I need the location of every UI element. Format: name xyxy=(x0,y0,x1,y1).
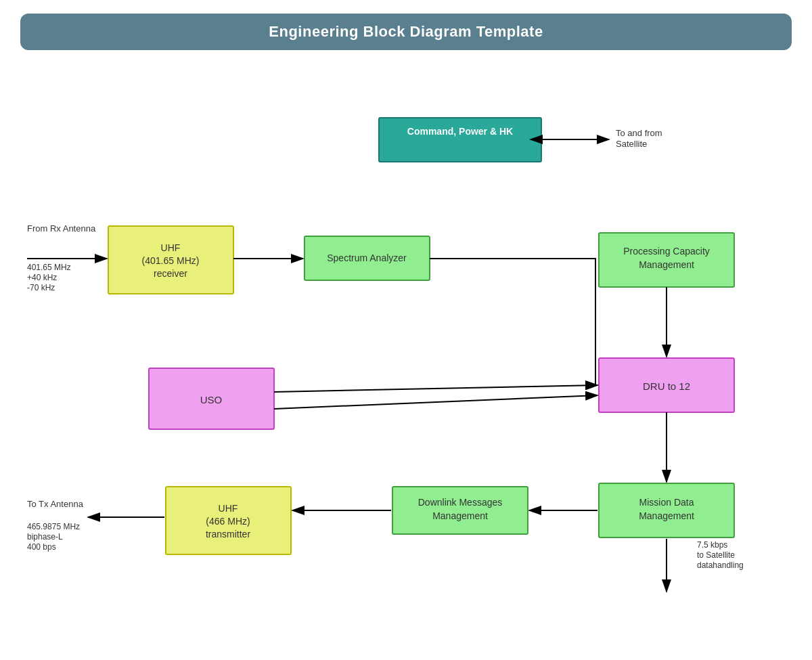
title-bar: Engineering Block Diagram Template xyxy=(20,14,792,50)
block-diagram: Command, Power & HK To and from Satellit… xyxy=(20,70,792,660)
uhf-transmitter-label2: (466 MHz) xyxy=(206,516,250,527)
from-rx-label: From Rx Antenna xyxy=(27,223,96,234)
spectrum-analyzer-label: Spectrum Analyzer xyxy=(327,252,407,263)
command-power-hk-label: Command, Power & HK xyxy=(407,126,513,137)
dru-label: DRU to 12 xyxy=(643,380,690,392)
uso-to-dru-arrow xyxy=(274,385,597,392)
uhf-transmitter-label1: UHF xyxy=(219,503,238,514)
uhf-receiver-label2: (401.65 MHz) xyxy=(142,255,200,266)
freq-info3: -70 kHz xyxy=(27,283,55,292)
to-tx-label: To Tx Antenna xyxy=(27,499,84,509)
downlink-label1: Downlink Messages xyxy=(418,497,503,508)
uso-to-dru-arrow2 xyxy=(274,395,597,409)
freq-info2: +40 kHz xyxy=(27,273,57,282)
satellite-label: To and from xyxy=(616,128,662,138)
data-rate1: 7.5 kbps xyxy=(697,540,727,550)
freq-info1: 401.65 MHz xyxy=(27,263,71,272)
spectrum-to-dru-arrow xyxy=(430,259,597,385)
uso-label: USO xyxy=(200,394,223,405)
page-title: Engineering Block Diagram Template xyxy=(269,23,543,40)
mission-data-label1: Mission Data xyxy=(639,497,694,508)
processing-capacity-label2: Management xyxy=(639,259,694,270)
tx-freq3: 400 bps xyxy=(27,542,56,552)
uhf-transmitter-label3: transmitter xyxy=(206,529,250,540)
command-power-hk-block xyxy=(379,118,541,162)
uhf-receiver-label3: receiver xyxy=(154,268,187,279)
satellite-label2: Satellite xyxy=(616,139,647,149)
tx-freq1: 465.9875 MHz xyxy=(27,522,80,531)
data-rate2: to Satellite xyxy=(697,550,735,560)
tx-freq2: biphase-L xyxy=(27,532,63,542)
downlink-label2: Management xyxy=(432,510,488,521)
processing-capacity-label1: Processing Capacity xyxy=(623,246,710,257)
uhf-receiver-label1: UHF xyxy=(161,242,181,253)
mission-data-label2: Management xyxy=(639,510,694,521)
data-rate3: datahandling xyxy=(697,560,744,570)
